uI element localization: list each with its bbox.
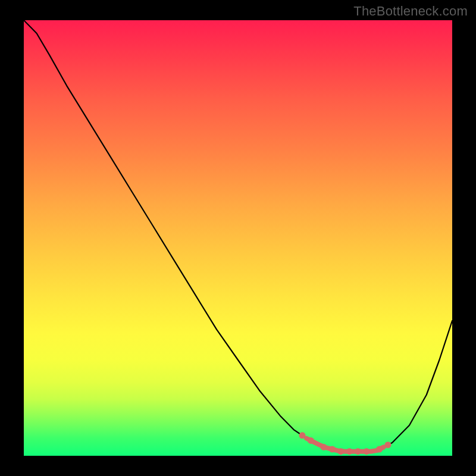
chart-svg	[24, 20, 452, 456]
optimal-marker	[355, 448, 361, 455]
optimal-marker	[346, 448, 353, 455]
optimal-marker	[299, 432, 306, 439]
optimal-marker	[321, 444, 327, 450]
optimal-marker	[364, 448, 370, 455]
optimal-range-band	[306, 439, 384, 452]
optimal-marker	[329, 446, 336, 453]
optimal-marker	[385, 441, 392, 448]
chart-frame: TheBottleneck.com	[0, 0, 476, 476]
optimal-marker	[337, 448, 344, 455]
optimal-marker	[376, 446, 383, 453]
bottleneck-curve	[24, 20, 452, 452]
watermark-text: TheBottleneck.com	[353, 4, 468, 19]
optimal-marker	[308, 437, 314, 444]
plot-area	[24, 20, 452, 456]
